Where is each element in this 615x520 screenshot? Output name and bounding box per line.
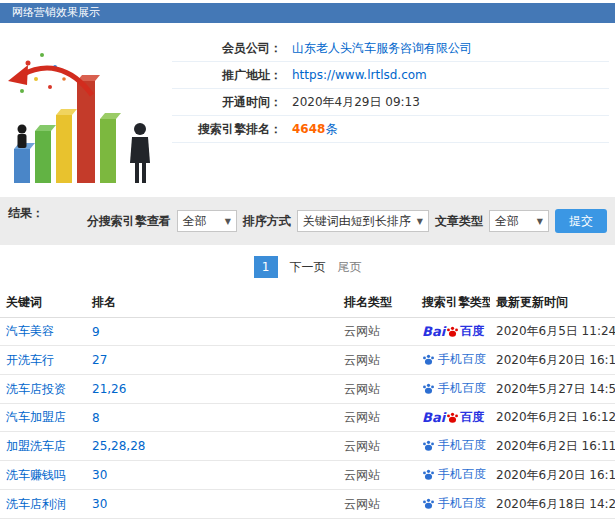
keyword-link[interactable]: 汽车美容 [6, 324, 54, 338]
header-engine-type: 搜索引擎类型 [416, 288, 490, 318]
rank-type-value: 云网站 [344, 439, 380, 453]
field-open-time: 开通时间： 2020年4月29日 09:13 [172, 89, 609, 116]
paw-icon [422, 353, 435, 366]
submit-button[interactable]: 提交 [555, 209, 607, 233]
rank-value: 8 [92, 411, 100, 425]
rank-value: 27 [92, 353, 107, 367]
next-page-link[interactable]: 下一页 [290, 259, 326, 276]
article-type-label: 文章类型 [435, 213, 483, 230]
mobile-baidu-logo: 手机百度 [422, 437, 486, 454]
sort-select-value: 关键词由短到长排序 [303, 213, 411, 230]
rank-value: 21,26 [92, 382, 126, 396]
article-type-value: 全部 [495, 213, 519, 230]
engine-select[interactable]: 全部 ▼ [177, 210, 237, 232]
chevron-down-icon: ▼ [537, 217, 543, 226]
ranking-table: 关键词 排名 排名类型 搜索引擎类型 最新更新时间 汽车美容9云网站Bai百度2… [0, 288, 615, 520]
table-row: 洗车店投资21,26云网站手机百度2020年5月27日 14:58 [0, 375, 615, 404]
rank-type-value: 云网站 [344, 468, 380, 482]
rank-type-value: 云网站 [344, 382, 380, 396]
header-update-time: 最新更新时间 [490, 288, 615, 318]
rank-count-value: 4648 [292, 122, 325, 136]
paw-icon [422, 382, 435, 395]
sort-filter-label: 排序方式 [243, 213, 291, 230]
member-info-section: 会员公司： 山东老人头汽车服务咨询有限公司 推广地址： https://www.… [0, 23, 615, 197]
result-label: 结果： [8, 205, 44, 222]
sort-select[interactable]: 关键词由短到长排序 ▼ [297, 210, 429, 232]
page-header: 网络营销效果展示 [0, 3, 615, 23]
keyword-link[interactable]: 洗车赚钱吗 [6, 468, 66, 482]
engine-select-value: 全部 [183, 213, 207, 230]
paw-icon [446, 411, 459, 424]
chevron-down-icon: ▼ [417, 217, 423, 226]
update-time-value: 2020年6月5日 11:24 [496, 324, 615, 338]
header-rank: 排名 [86, 288, 338, 318]
marketing-chart-image [0, 29, 172, 189]
update-time-value: 2020年6月2日 16:11 [496, 439, 615, 453]
open-time-value: 2020年4月29日 09:13 [292, 94, 420, 111]
table-row: 洗车赚钱吗30云网站手机百度2020年6月20日 16:12 [0, 461, 615, 490]
page-title: 网络营销效果展示 [12, 6, 100, 19]
field-company-label: 会员公司： [172, 40, 282, 57]
baidu-logo: Bai百度 [422, 409, 484, 426]
mobile-baidu-logo: 手机百度 [422, 380, 486, 397]
promotion-url-link[interactable]: https://www.lrtlsd.com [292, 68, 427, 82]
last-page-link[interactable]: 尾页 [338, 259, 362, 276]
header-keyword: 关键词 [0, 288, 86, 318]
field-open-time-label: 开通时间： [172, 94, 282, 111]
update-time-value: 2020年6月2日 16:12 [496, 410, 615, 424]
keyword-link[interactable]: 加盟洗车店 [6, 439, 66, 453]
table-row: 洗车店利润30云网站手机百度2020年6月18日 14:27 [0, 490, 615, 519]
table-row: 加盟洗车店25,28,28云网站手机百度2020年6月2日 16:11 [0, 432, 615, 461]
filter-bar: 结果： 分搜索引擎查看 全部 ▼ 排序方式 关键词由短到长排序 ▼ 文章类型 全… [0, 197, 615, 245]
keyword-link[interactable]: 洗车店利润 [6, 497, 66, 511]
page-button-1[interactable]: 1 [254, 256, 278, 278]
member-info-fields: 会员公司： 山东老人头汽车服务咨询有限公司 推广地址： https://www.… [172, 29, 609, 189]
rank-type-value: 云网站 [344, 497, 380, 511]
field-url-label: 推广地址： [172, 67, 282, 84]
update-time-value: 2020年6月20日 16:12 [496, 468, 615, 482]
header-rank-type: 排名类型 [338, 288, 416, 318]
mobile-baidu-logo: 手机百度 [422, 351, 486, 368]
article-type-select[interactable]: 全部 ▼ [489, 210, 549, 232]
rank-type-value: 云网站 [344, 410, 380, 424]
mobile-baidu-logo: 手机百度 [422, 466, 486, 483]
table-row: 汽车加盟店8云网站Bai百度2020年6月2日 16:12 [0, 404, 615, 432]
keyword-link[interactable]: 汽车加盟店 [6, 410, 66, 424]
field-rank-count: 搜索引擎排名： 4648条 [172, 116, 609, 143]
rank-type-value: 云网站 [344, 353, 380, 367]
update-time-value: 2020年6月18日 14:27 [496, 497, 615, 511]
mobile-baidu-logo: 手机百度 [422, 495, 486, 512]
bar-chart-illustration [0, 29, 172, 189]
update-time-value: 2020年5月27日 14:58 [496, 382, 615, 396]
company-link[interactable]: 山东老人头汽车服务咨询有限公司 [292, 41, 472, 55]
table-row: 汽车美容9云网站Bai百度2020年6月5日 11:24 [0, 318, 615, 346]
field-url: 推广地址： https://www.lrtlsd.com [172, 62, 609, 89]
rank-value: 30 [92, 497, 107, 511]
paw-icon [422, 468, 435, 481]
keyword-link[interactable]: 洗车店投资 [6, 382, 66, 396]
table-header-row: 关键词 排名 排名类型 搜索引擎类型 最新更新时间 [0, 288, 615, 318]
rank-value: 25,28,28 [92, 439, 145, 453]
paw-icon [422, 497, 435, 510]
engine-filter-label: 分搜索引擎查看 [87, 213, 171, 230]
rank-value: 30 [92, 468, 107, 482]
rank-type-value: 云网站 [344, 324, 380, 338]
table-row: 开洗车行27云网站手机百度2020年6月20日 16:16 [0, 346, 615, 375]
field-company: 会员公司： 山东老人头汽车服务咨询有限公司 [172, 35, 609, 62]
paw-icon [446, 325, 459, 338]
update-time-value: 2020年6月20日 16:16 [496, 353, 615, 367]
baidu-logo: Bai百度 [422, 323, 484, 340]
keyword-link[interactable]: 开洗车行 [6, 353, 54, 367]
field-rank-count-label: 搜索引擎排名： [172, 121, 282, 138]
rank-count-unit: 条 [325, 122, 337, 136]
rank-value: 9 [92, 325, 100, 339]
chevron-down-icon: ▼ [225, 217, 231, 226]
paw-icon [422, 439, 435, 452]
pagination: 1 下一页 尾页 [0, 245, 615, 288]
filter-controls: 分搜索引擎查看 全部 ▼ 排序方式 关键词由短到长排序 ▼ 文章类型 全部 ▼ … [87, 209, 607, 233]
